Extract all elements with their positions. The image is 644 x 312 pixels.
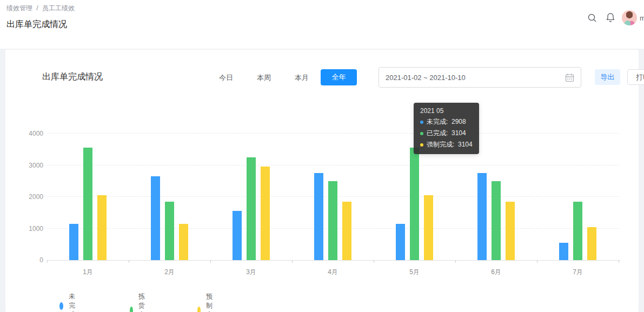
x-axis-tick [619,260,619,263]
tooltip-row: 已完成: 3104 [420,129,473,138]
y-axis-label: 1000 [22,225,43,233]
chart-card: 出库单完成情况 今日 本周 本月 全年 [5,50,639,312]
bar-拣货完成-5月[interactable] [410,148,419,260]
date-range-picker[interactable] [379,67,581,88]
print-button[interactable]: 打印 [627,69,644,85]
tooltip-dot-forced [420,143,423,147]
y-axis-label: 3000 [22,162,43,169]
top-header: 绩效管理 / 员工工绩效 出库单完成情况 m [0,0,644,49]
page: 绩效管理 / 员工工绩效 出库单完成情况 m 出库单完成情况 今日 本周 本月 [0,0,644,312]
tooltip-label: 未完成: 2908 [427,117,466,127]
bar-拣货完成-6月[interactable] [492,181,501,260]
bar-预制完成-5月[interactable] [424,195,433,260]
y-axis-label: 0 [22,256,43,264]
y-axis-labels: 01000200030004000 [27,130,43,260]
gridline [47,165,619,165]
y-axis-label: 4000 [22,130,43,137]
tooltip-row: 未完成: 2908 [420,117,473,127]
bar-预制完成-3月[interactable] [261,167,270,260]
date-range-input[interactable] [386,68,559,87]
bar-拣货完成-2月[interactable] [165,202,174,260]
x-axis-label: 6月 [475,268,518,277]
x-axis-label: 3月 [230,268,273,277]
legend-dot [59,302,63,310]
breadcrumb-item-employee-performance[interactable]: 员工工绩效 [42,4,75,12]
legend-item-拣货完成[interactable]: 拣货完成 [130,292,149,312]
username-text: m [640,14,644,22]
bar-拣货完成-4月[interactable] [328,181,337,260]
y-axis-label: 2000 [22,193,43,201]
breadcrumb: 绩效管理 / 员工工绩效 [6,4,77,13]
x-axis-label: 7月 [556,268,600,277]
legend-label: 预制完成 [206,292,217,312]
bar-预制完成-6月[interactable] [506,202,515,260]
bar-预制完成-7月[interactable] [587,227,596,260]
chart-tooltip: 2021 05 未完成: 2908 已完成: 3104 强制完成: 3104 [414,103,479,154]
bar-chart: 01000200030004000 1月2月3月4月5月6月7月 [27,128,633,285]
search-icon[interactable] [587,13,597,25]
bar-预制完成-2月[interactable] [179,224,188,260]
time-filter-group: 今日 本周 本月 [219,73,309,83]
x-axis-line [47,260,620,261]
x-axis-tick [47,260,48,263]
tooltip-label: 已完成: 3104 [427,129,466,138]
bar-拣货完成-7月[interactable] [573,202,582,260]
bar-拣货完成-1月[interactable] [83,148,92,260]
tooltip-title: 2021 05 [420,107,473,115]
chart-card-title: 出库单完成情况 [42,71,103,83]
tooltip-label: 强制完成: 3104 [427,140,473,149]
calendar-icon[interactable] [565,73,574,84]
user-avatar[interactable] [622,10,637,25]
legend-label: 未完成 [69,292,79,312]
bar-未完成-5月[interactable] [396,224,405,260]
filter-today[interactable]: 今日 [219,73,233,83]
bell-icon[interactable] [606,12,615,25]
x-axis-label: 1月 [67,268,110,277]
x-axis-tick [455,260,456,263]
x-axis-label: 2月 [148,268,191,277]
bar-未完成-6月[interactable] [477,173,487,260]
bar-未完成-3月[interactable] [233,211,242,260]
tooltip-dot-completed [420,132,423,135]
bar-拣货完成-3月[interactable] [247,157,256,260]
bar-未完成-2月[interactable] [151,176,160,260]
x-axis-tick [210,260,211,263]
breadcrumb-item-performance[interactable]: 绩效管理 [6,4,32,12]
bar-未完成-7月[interactable] [559,243,568,260]
legend-dot [197,307,201,312]
filter-this-week[interactable]: 本周 [257,73,271,83]
export-button[interactable]: 导出 [595,69,620,85]
bar-未完成-1月[interactable] [69,224,78,260]
x-axis-tick [374,260,374,263]
x-axis-label: 4月 [311,268,355,277]
legend-item-未完成[interactable]: 未完成 [59,292,79,312]
legend-item-预制完成[interactable]: 预制完成 [197,292,217,312]
content-area: 出库单完成情况 今日 本周 本月 全年 [0,49,644,312]
page-title: 出库单完成情况 [6,19,67,30]
gridline [47,133,619,134]
tooltip-dot-unfinished [420,121,423,124]
legend-dot [130,307,133,312]
bar-预制完成-1月[interactable] [97,195,107,260]
tooltip-row: 强制完成: 3104 [420,140,473,149]
x-axis-tick [537,260,537,263]
bar-预制完成-4月[interactable] [342,202,351,260]
x-axis-label: 5月 [393,268,436,277]
bar-未完成-4月[interactable] [314,173,323,260]
x-axis-tick [129,260,129,263]
plot-area [47,130,619,260]
x-axis-tick [292,260,293,263]
filter-this-month[interactable]: 本月 [295,73,309,83]
legend-label: 拣货完成 [138,292,149,312]
breadcrumb-separator: / [36,4,38,12]
filter-full-year-button[interactable]: 全年 [321,69,357,85]
